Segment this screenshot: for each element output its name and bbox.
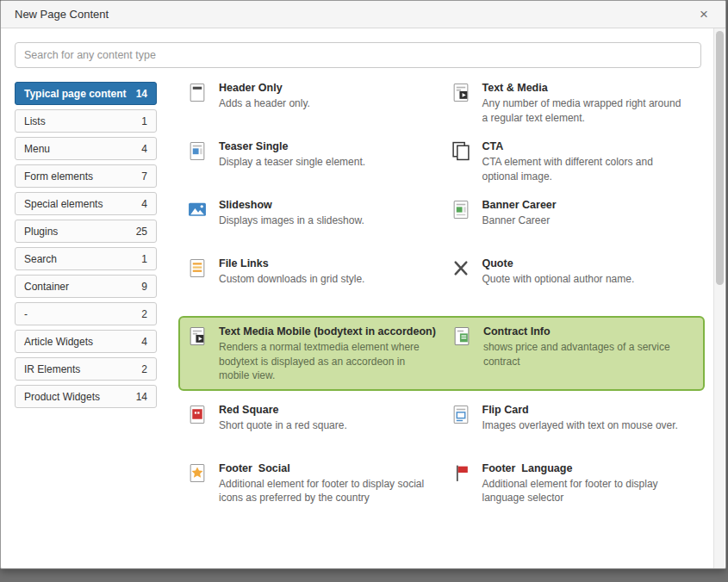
sidebar-item-container[interactable]: Container 9 xyxy=(15,275,157,298)
contract-info-icon xyxy=(451,325,474,383)
content-item-quote[interactable]: Quote Quote with optional author name. xyxy=(451,257,702,301)
red-square-icon xyxy=(187,404,209,448)
text-media-mobile-icon xyxy=(187,325,209,383)
footer-social-icon xyxy=(187,462,209,506)
quote-icon xyxy=(451,257,473,301)
content-item-text: Footer Language Additional element for f… xyxy=(482,462,690,506)
content-item-text: CTA CTA element with different colors an… xyxy=(482,140,690,184)
content-item-text: File Links Custom downloads in grid styl… xyxy=(219,257,364,301)
content-element-list: Header Only Adds a header only. xyxy=(187,82,701,521)
category-sidebar: Typical page content 14 Lists 1 Menu 4 F… xyxy=(15,82,157,521)
content-item-file-links[interactable]: File Links Custom downloads in grid styl… xyxy=(187,257,439,301)
content-item-description: Any number of media wrapped right around… xyxy=(482,96,690,125)
text-media-icon xyxy=(451,82,473,126)
dialog-body: Typical page content 14 Lists 1 Menu 4 F… xyxy=(1,28,725,568)
teaser-single-icon xyxy=(187,140,209,184)
content-item-text: Slideshow Displays images in a slideshow… xyxy=(219,199,364,243)
content-item-title: Footer Social xyxy=(219,462,426,474)
content-item-title: Flip Card xyxy=(482,404,678,416)
sidebar-item-typical-page-content[interactable]: Typical page content 14 xyxy=(15,82,157,105)
content-item-description: CTA element with different colors and op… xyxy=(482,155,690,183)
content-item-text: Text Media Mobile (bodytext in accordeon… xyxy=(219,325,436,383)
sidebar-item-search[interactable]: Search 1 xyxy=(15,247,157,270)
content-item-footer-language[interactable]: Footer Language Additional element for f… xyxy=(451,462,702,506)
scrollbar-thumb[interactable] xyxy=(716,31,724,285)
search-bar xyxy=(15,42,701,68)
content-item-text: Header Only Adds a header only. xyxy=(219,82,310,126)
content-item-description: shows price and advantages of a service … xyxy=(483,340,693,368)
sidebar-item-label: Special elements xyxy=(24,198,103,210)
dialog-title: New Page Content xyxy=(15,8,109,21)
sidebar-item-label: Product Widgets xyxy=(24,391,100,403)
scrollbar[interactable] xyxy=(713,28,725,568)
content-row: Header Only Adds a header only. xyxy=(187,82,701,126)
sidebar-item-label: Article Widgets xyxy=(24,336,93,348)
content-item-footer-social[interactable]: Footer Social Additional element for foo… xyxy=(187,462,439,506)
sidebar-item-count: 7 xyxy=(141,170,147,183)
banner-career-icon xyxy=(451,199,473,243)
sidebar-item-special-elements[interactable]: Special elements 4 xyxy=(15,192,157,215)
content-item-banner-career[interactable]: Banner Career Banner Career xyxy=(451,199,702,243)
sidebar-item-label: Lists xyxy=(24,115,46,127)
sidebar-item-label: Container xyxy=(24,281,69,293)
sidebar-item-count: 4 xyxy=(141,336,147,348)
content-item-description: Renders a normal textmedia element where… xyxy=(219,340,436,383)
sidebar-item-form-elements[interactable]: Form elements 7 xyxy=(15,164,157,188)
sidebar-item-plugins[interactable]: Plugins 25 xyxy=(15,220,157,243)
content-item-flip-card[interactable]: Flip Card Images overlayed with text on … xyxy=(451,404,702,448)
content-item-description: Additional element for footer to display… xyxy=(219,477,426,505)
content-item-description: Displays images in a slideshow. xyxy=(219,214,364,228)
close-icon[interactable]: × xyxy=(696,5,712,23)
content-item-text: Contract Info shows price and advantages… xyxy=(483,325,693,383)
sidebar-item-count: 14 xyxy=(136,391,147,403)
content-item-text: Footer Social Additional element for foo… xyxy=(219,462,426,506)
content-item-description: Banner Career xyxy=(482,214,557,228)
slideshow-icon xyxy=(187,199,209,243)
content-item-title: Teaser Single xyxy=(219,140,365,152)
content-item-title: Text Media Mobile (bodytext in accordeon… xyxy=(219,325,436,337)
sidebar-item-lists[interactable]: Lists 1 xyxy=(15,109,157,133)
content-item-text-media[interactable]: Text & Media Any number of media wrapped… xyxy=(451,82,702,126)
content-item-text-media-mobile[interactable]: Text Media Mobile (bodytext in accordeon… xyxy=(187,325,439,383)
sidebar-item-ir-elements[interactable]: IR Elements 2 xyxy=(15,357,157,381)
sidebar-item-label: Menu xyxy=(24,143,50,155)
content-item-header-only[interactable]: Header Only Adds a header only. xyxy=(187,82,439,126)
content-item-cta[interactable]: CTA CTA element with different colors an… xyxy=(451,140,702,184)
content-item-title: Slideshow xyxy=(219,199,364,211)
content-item-title: CTA xyxy=(482,140,690,152)
sidebar-item-count: 4 xyxy=(141,198,147,210)
content-row-highlighted: Text Media Mobile (bodytext in accordeon… xyxy=(178,316,705,391)
content-item-contract-info[interactable]: Contract Info shows price and advantages… xyxy=(451,325,696,383)
content-item-title: Contract Info xyxy=(483,325,693,337)
sidebar-item-label: Search xyxy=(24,253,57,265)
content-item-text: Flip Card Images overlayed with text on … xyxy=(482,404,678,448)
flip-card-icon xyxy=(451,404,473,448)
sidebar-item-label: Form elements xyxy=(24,170,93,183)
content-item-title: File Links xyxy=(219,257,364,269)
content-item-title: Text & Media xyxy=(482,82,690,94)
content-item-title: Banner Career xyxy=(482,199,557,211)
content-item-description: Quote with optional author name. xyxy=(482,272,635,287)
search-input[interactable] xyxy=(15,42,701,68)
sidebar-item-label: IR Elements xyxy=(24,363,80,375)
content-row: Red Square Short quote in a red square. xyxy=(187,404,701,448)
sidebar-item-product-widgets[interactable]: Product Widgets 14 xyxy=(15,385,157,408)
sidebar-item-label: Plugins xyxy=(24,226,58,238)
content-item-description: Images overlayed with text on mouse over… xyxy=(482,418,678,433)
content-row: File Links Custom downloads in grid styl… xyxy=(187,257,701,301)
content-item-text: Text & Media Any number of media wrapped… xyxy=(482,82,690,126)
file-links-icon xyxy=(187,257,209,301)
header-only-icon xyxy=(187,82,209,126)
content-item-red-square[interactable]: Red Square Short quote in a red square. xyxy=(187,404,439,448)
sidebar-item-count: 4 xyxy=(141,143,147,155)
sidebar-item-article-widgets[interactable]: Article Widgets 4 xyxy=(15,330,157,353)
sidebar-item-count: 14 xyxy=(136,88,147,100)
sidebar-item-count: 9 xyxy=(141,281,147,293)
footer-language-icon xyxy=(451,462,473,506)
content-item-text: Banner Career Banner Career xyxy=(482,199,557,243)
content-item-slideshow[interactable]: Slideshow Displays images in a slideshow… xyxy=(187,199,439,243)
sidebar-item-count: 2 xyxy=(141,363,147,375)
sidebar-item-dash[interactable]: - 2 xyxy=(15,302,157,325)
content-item-teaser-single[interactable]: Teaser Single Display a teaser single el… xyxy=(187,140,439,184)
sidebar-item-menu[interactable]: Menu 4 xyxy=(15,137,157,160)
